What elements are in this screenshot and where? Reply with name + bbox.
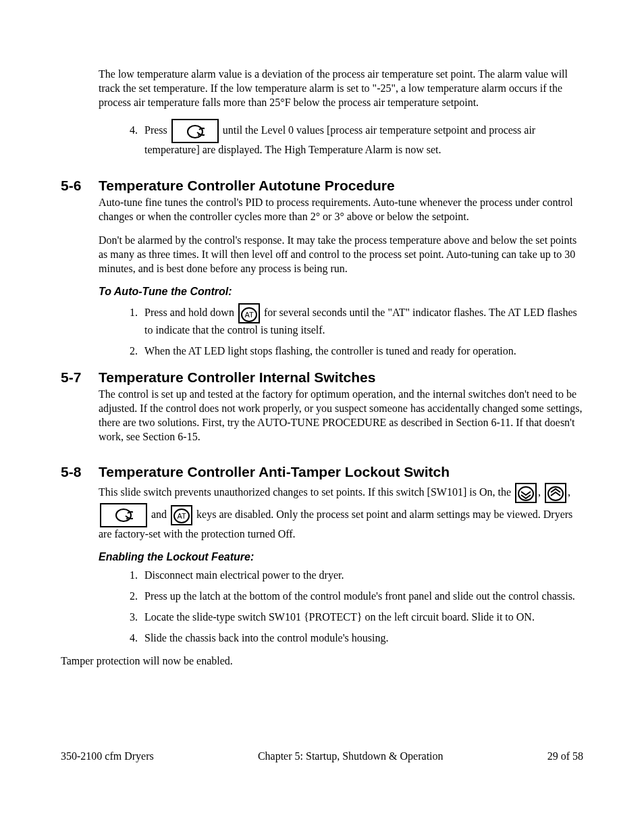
- down-key-icon: [515, 483, 537, 503]
- s58-p1-d: and: [149, 508, 169, 519]
- enter-key-icon: [100, 503, 147, 527]
- s56-step2: When the AT LED light stops flashing, th…: [140, 344, 583, 359]
- section-title-5-6: Temperature Controller Autotune Procedur…: [99, 176, 395, 194]
- s58-step4: Slide the chassis back into the control …: [140, 631, 583, 646]
- step4-text-a: Press: [144, 124, 170, 136]
- at-key-icon: [238, 303, 260, 323]
- section-number-5-8: 5-8: [61, 463, 99, 481]
- s58-subhead: Enabling the Lockout Feature:: [99, 550, 583, 565]
- section-number-5-7: 5-7: [61, 368, 99, 386]
- s56-step1-a: Press and hold down: [144, 307, 237, 318]
- at-key-icon: [171, 505, 192, 525]
- footer-center: Chapter 5: Startup, Shutdown & Operation: [258, 750, 444, 764]
- s57-para1: The control is set up and tested at the …: [99, 388, 583, 444]
- s58-p1-e: keys are disabled. Only the process set …: [99, 508, 572, 539]
- step-4: Press until the Level 0 values [process …: [140, 119, 583, 157]
- s58-p1-c: ,: [568, 486, 570, 497]
- intro-paragraph: The low temperature alarm value is a dev…: [99, 68, 583, 109]
- s56-para2: Don't be alarmed by the control's respon…: [99, 234, 583, 276]
- enter-key-icon: [171, 119, 219, 143]
- s58-p1-b: ,: [538, 486, 543, 497]
- s58-step1: Disconnect main electrical power to the …: [140, 569, 583, 583]
- page-footer: 350-2100 cfm Dryers Chapter 5: Startup, …: [61, 750, 583, 764]
- s58-closing: Tamper protection will now be enabled.: [61, 654, 583, 669]
- s58-para1: This slide switch prevents unauthorized …: [99, 483, 583, 542]
- s56-step1: Press and hold down for several seconds …: [140, 303, 583, 338]
- s56-subhead: To Auto-Tune the Control:: [99, 285, 583, 299]
- footer-right: 29 of 58: [547, 750, 583, 764]
- s58-p1-a: This slide switch prevents unauthorized …: [99, 486, 514, 497]
- section-title-5-8: Temperature Controller Anti-Tamper Locko…: [99, 463, 450, 481]
- up-key-icon: [545, 483, 566, 503]
- footer-left: 350-2100 cfm Dryers: [61, 750, 154, 764]
- section-number-5-6: 5-6: [61, 176, 99, 194]
- section-title-5-7: Temperature Controller Internal Switches: [99, 368, 375, 386]
- s58-step2: Press up the latch at the bottom of the …: [140, 590, 583, 604]
- s58-step3: Locate the slide-type switch SW101 {PROT…: [140, 610, 583, 625]
- s56-para1: Auto-tune fine tunes the control's PID t…: [99, 196, 583, 224]
